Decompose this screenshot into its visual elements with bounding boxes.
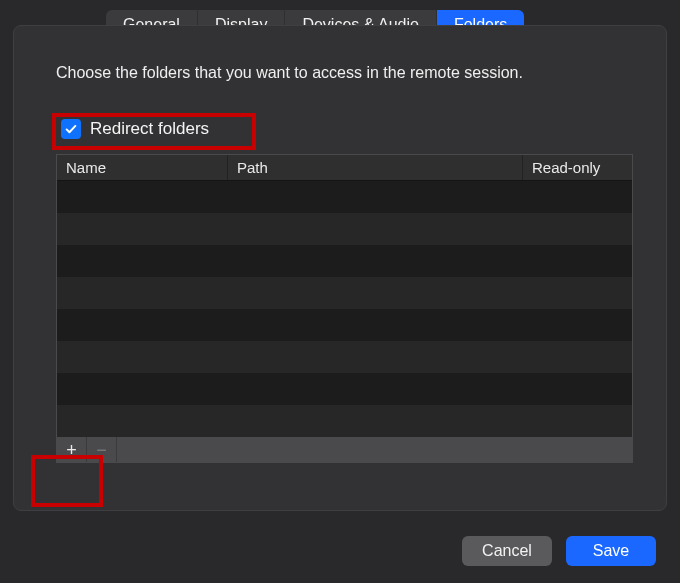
add-folder-button[interactable]: +	[57, 437, 87, 462]
minus-icon: −	[96, 441, 107, 459]
plus-icon: +	[66, 441, 77, 459]
table-row[interactable]	[57, 181, 632, 213]
folders-table: Name Path Read-only + −	[56, 154, 633, 463]
table-row[interactable]	[57, 245, 632, 277]
remove-folder-button[interactable]: −	[87, 437, 117, 462]
instruction-text: Choose the folders that you want to acce…	[56, 64, 523, 82]
table-row[interactable]	[57, 277, 632, 309]
preferences-window: General Display Devices & Audio Folders …	[0, 0, 680, 583]
dialog-actions: Cancel Save	[462, 536, 656, 566]
table-row[interactable]	[57, 405, 632, 437]
redirect-folders-label: Redirect folders	[90, 119, 209, 139]
table-row[interactable]	[57, 309, 632, 341]
cancel-button[interactable]: Cancel	[462, 536, 552, 566]
table-header: Name Path Read-only	[57, 155, 632, 181]
folders-panel: Choose the folders that you want to acce…	[13, 25, 667, 511]
table-row[interactable]	[57, 341, 632, 373]
checkmark-icon	[64, 122, 78, 136]
table-row[interactable]	[57, 373, 632, 405]
table-row[interactable]	[57, 213, 632, 245]
column-header-name[interactable]: Name	[57, 155, 228, 180]
redirect-folders-row: Redirect folders	[61, 119, 209, 139]
table-toolbar: + −	[57, 437, 632, 462]
column-header-path[interactable]: Path	[228, 155, 523, 180]
table-body	[57, 181, 632, 437]
redirect-folders-checkbox[interactable]	[61, 119, 81, 139]
save-button[interactable]: Save	[566, 536, 656, 566]
column-header-readonly[interactable]: Read-only	[523, 155, 632, 180]
